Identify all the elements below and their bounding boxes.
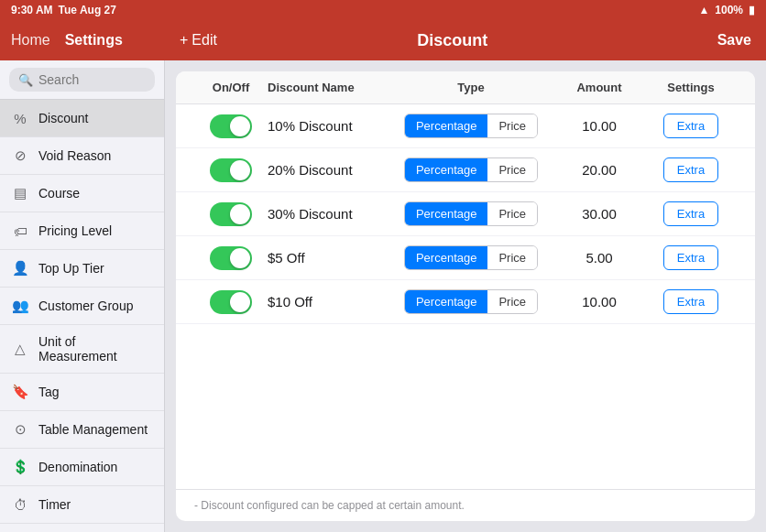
tag-icon: 🔖: [11, 383, 29, 401]
settings-cell-1: Extra: [645, 114, 737, 138]
amount-5: 10.00: [553, 294, 645, 309]
settings-cell-5: Extra: [645, 289, 737, 314]
extra-button-2[interactable]: Extra: [663, 157, 718, 182]
extra-button-4[interactable]: Extra: [663, 245, 718, 270]
table-row: 30% DiscountPercentagePrice30.00Extra: [176, 192, 755, 236]
discount-name-2: 20% Discount: [268, 162, 388, 178]
col-header-amount: Amount: [553, 81, 645, 94]
settings-cell-2: Extra: [645, 157, 737, 182]
toggle-cell-5: [194, 290, 268, 314]
table-body: 10% DiscountPercentagePrice10.00Extra20%…: [176, 104, 755, 489]
type-percentage-2[interactable]: Percentage: [405, 158, 488, 181]
battery-indicator: 100%: [715, 4, 743, 16]
sidebar-item-timer[interactable]: ⏱Timer: [0, 486, 164, 524]
sidebar-item-discount[interactable]: %Discount: [0, 100, 164, 137]
sidebar-label-timer: Timer: [38, 497, 71, 512]
unit-of-measurement-icon: △: [11, 340, 29, 358]
extra-button-3[interactable]: Extra: [663, 201, 718, 226]
home-button[interactable]: Home: [11, 32, 50, 49]
sidebar-item-tag[interactable]: 🔖Tag: [0, 374, 164, 411]
discount-name-3: 30% Discount: [268, 206, 388, 222]
col-header-onoff: On/Off: [194, 81, 268, 94]
status-bar: 9:30 AM Tue Aug 27 ▲ 100% ▮: [0, 0, 766, 20]
battery-icon: ▮: [749, 4, 755, 16]
type-percentage-1[interactable]: Percentage: [405, 114, 488, 137]
toggle-cell-4: [194, 246, 268, 270]
table-row: $10 OffPercentagePrice10.00Extra: [176, 280, 755, 324]
col-header-settings: Settings: [645, 81, 737, 94]
toggle-5[interactable]: [210, 290, 252, 314]
toggle-2[interactable]: [210, 158, 252, 182]
sidebar-label-denomination: Denomination: [38, 460, 117, 474]
sidebar-item-void-reason[interactable]: ⊘Void Reason: [0, 137, 164, 175]
table-header: On/Off Discount Name Type Amount Setting…: [176, 71, 755, 104]
toggle-3[interactable]: [210, 202, 252, 226]
type-price-4[interactable]: Price: [487, 246, 537, 269]
type-price-1[interactable]: Price: [487, 114, 537, 137]
edit-label: Edit: [192, 32, 217, 49]
toggle-1[interactable]: [210, 114, 252, 138]
sidebar-item-replace-word[interactable]: ✏Replace Word: [0, 524, 164, 532]
sidebar-label-pricing-level: Pricing Level: [38, 223, 112, 238]
amount-1: 10.00: [553, 118, 645, 134]
type-percentage-3[interactable]: Percentage: [405, 202, 488, 225]
search-icon: 🔍: [18, 73, 33, 87]
sidebar-item-customer-group[interactable]: 👥Customer Group: [0, 288, 164, 325]
sidebar-item-course[interactable]: ▤Course: [0, 175, 164, 212]
main-layout: 🔍 %Discount⊘Void Reason▤Course🏷Pricing L…: [0, 60, 766, 532]
type-percentage-4[interactable]: Percentage: [405, 246, 488, 269]
type-price-5[interactable]: Price: [487, 290, 537, 313]
sidebar-label-table-management: Table Management: [38, 422, 148, 437]
sidebar-label-top-up-tier: Top Up Tier: [38, 261, 104, 276]
sidebar-item-pricing-level[interactable]: 🏷Pricing Level: [0, 212, 164, 250]
content-area: On/Off Discount Name Type Amount Setting…: [165, 60, 766, 532]
discount-icon: %: [11, 109, 29, 127]
amount-4: 5.00: [553, 250, 645, 266]
sidebar-item-denomination[interactable]: 💲Denomination: [0, 449, 164, 486]
add-edit-button[interactable]: + Edit: [180, 32, 217, 49]
discount-name-4: $5 Off: [268, 250, 388, 266]
timer-icon: ⏱: [11, 495, 29, 514]
amount-2: 20.00: [553, 162, 645, 178]
search-input[interactable]: [38, 72, 146, 87]
settings-cell-3: Extra: [645, 201, 737, 226]
col-header-name: Discount Name: [268, 81, 388, 94]
footer-note: - Discount configured can be capped at c…: [176, 489, 755, 521]
top-up-tier-icon: 👤: [11, 259, 29, 277]
table-row: 10% DiscountPercentagePrice10.00Extra: [176, 104, 755, 148]
extra-button-5[interactable]: Extra: [663, 289, 718, 314]
type-price-3[interactable]: Price: [487, 202, 537, 225]
sidebar-label-tag: Tag: [38, 385, 60, 399]
save-button[interactable]: Save: [703, 32, 766, 49]
sidebar: 🔍 %Discount⊘Void Reason▤Course🏷Pricing L…: [0, 60, 165, 532]
sidebar-item-top-up-tier[interactable]: 👤Top Up Tier: [0, 250, 164, 288]
type-cell-2: PercentagePrice: [388, 157, 553, 182]
denomination-icon: 💲: [11, 458, 29, 476]
toggle-cell-3: [194, 202, 268, 226]
extra-button-1[interactable]: Extra: [663, 114, 718, 138]
sidebar-item-table-management[interactable]: ⊙Table Management: [0, 411, 164, 449]
toggle-4[interactable]: [210, 246, 252, 270]
sidebar-nav: %Discount⊘Void Reason▤Course🏷Pricing Lev…: [0, 100, 164, 532]
pricing-level-icon: 🏷: [11, 222, 29, 240]
toggle-cell-1: [194, 114, 268, 138]
amount-3: 30.00: [553, 206, 645, 222]
sidebar-label-course: Course: [38, 186, 80, 201]
settings-button[interactable]: Settings: [65, 32, 123, 49]
add-icon: +: [180, 32, 188, 49]
type-percentage-5[interactable]: Percentage: [405, 290, 488, 313]
type-cell-1: PercentagePrice: [388, 114, 553, 138]
discount-name-5: $10 Off: [268, 294, 388, 309]
void-reason-icon: ⊘: [11, 147, 29, 165]
toggle-cell-2: [194, 158, 268, 182]
sidebar-item-unit-of-measurement[interactable]: △Unit of Measurement: [0, 325, 164, 374]
type-cell-5: PercentagePrice: [388, 289, 553, 314]
course-icon: ▤: [11, 184, 29, 202]
type-price-2[interactable]: Price: [487, 158, 537, 181]
sidebar-label-void-reason: Void Reason: [38, 148, 111, 163]
discount-name-1: 10% Discount: [268, 118, 388, 134]
discount-table-card: On/Off Discount Name Type Amount Setting…: [176, 71, 755, 521]
status-time: 9:30 AM: [11, 4, 53, 16]
status-date: Tue Aug 27: [59, 4, 116, 16]
type-cell-3: PercentagePrice: [388, 201, 553, 226]
